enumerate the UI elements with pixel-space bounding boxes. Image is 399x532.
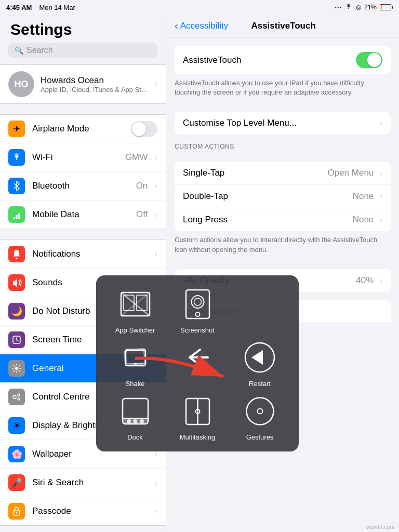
svg-point-29: [127, 419, 131, 423]
search-bar[interactable]: 🔍 Search: [8, 43, 157, 58]
mobile-value: Off: [136, 209, 148, 220]
restart-label: Restart: [249, 380, 271, 388]
sidebar-item-notifications[interactable]: Notifications ›: [0, 240, 166, 269]
profile-row[interactable]: HO Howards Ocean Apple ID, iCloud, iTune…: [0, 64, 166, 104]
svg-rect-0: [14, 217, 15, 219]
overlay-item-gestures[interactable]: Gestures: [231, 393, 288, 441]
sidebar-item-siri[interactable]: 🎤 Siri & Search ›: [0, 469, 166, 497]
passcode-chevron: ›: [155, 507, 157, 515]
customise-row[interactable]: Customise Top Level Menu... ›: [175, 112, 391, 135]
gestures-icon: [243, 394, 277, 428]
assistivetouch-description: AssistiveTouch allows you to use your iP…: [166, 74, 399, 103]
notifications-label: Notifications: [32, 249, 148, 259]
svg-rect-13: [137, 295, 147, 311]
sidebar-item-wifi[interactable]: Wi-Fi GMW ›: [0, 143, 166, 172]
svg-marker-25: [251, 350, 263, 365]
svg-point-8: [18, 398, 20, 400]
svg-point-19: [194, 298, 201, 305]
overlay-item-screenshot[interactable]: Screenshot: [169, 286, 226, 334]
customise-section: Customise Top Level Menu... ›: [175, 112, 391, 135]
svg-point-17: [195, 312, 200, 316]
long-press-label: Long Press: [183, 215, 347, 225]
bluetooth-chevron: ›: [155, 182, 157, 190]
siri-icon: 🎤: [8, 474, 25, 491]
overlay-item-dock[interactable]: Dock: [107, 393, 164, 441]
svg-rect-12: [124, 295, 134, 311]
svg-rect-16: [186, 290, 209, 318]
search-icon: 🔍: [15, 46, 23, 55]
double-tap-label: Double-Tap: [183, 191, 347, 202]
overlay-item-shake[interactable]: Shake: [107, 339, 164, 388]
sounds-icon: [8, 274, 25, 291]
sidebar-item-airplane[interactable]: ✈ Airplane Mode: [0, 115, 166, 143]
wifi-row-icon: [8, 149, 25, 166]
sidebar-title: Settings: [0, 15, 166, 43]
profile-chevron: ›: [155, 80, 157, 88]
bluetooth-icon: [8, 178, 25, 194]
long-press-chevron: ›: [380, 216, 382, 224]
back-icon-box: [179, 339, 216, 376]
single-tap-row[interactable]: Single-Tap Open Menu ›: [175, 162, 391, 185]
assistivetouch-toggle[interactable]: [356, 52, 382, 68]
svg-rect-2: [18, 213, 20, 219]
overlay-item-restart[interactable]: Restart: [231, 339, 288, 388]
shake-icon: [118, 341, 152, 375]
custom-actions-description: Custom actions allow you to interact dir…: [166, 231, 399, 260]
airplane-toggle[interactable]: [131, 121, 157, 137]
sidebar-item-passcode[interactable]: Passcode ›: [0, 497, 166, 525]
sidebar-item-mobile[interactable]: Mobile Data Off ›: [0, 201, 166, 229]
gestures-label: Gestures: [246, 433, 274, 441]
customise-chevron: ›: [380, 119, 382, 127]
bluetooth-label: Bluetooth: [32, 181, 129, 191]
wifi-label: Wi-Fi: [32, 152, 118, 163]
custom-actions-header: CUSTOM ACTIONS: [166, 135, 399, 153]
app-switcher-label: App Switcher: [115, 326, 155, 334]
restart-icon: [244, 342, 275, 373]
screenshot-label: Screenshot: [180, 326, 215, 334]
status-right: ···· ◎ 21%: [335, 4, 393, 11]
app-switcher-icon: [118, 287, 152, 321]
display-icon: ☀: [8, 417, 25, 434]
overlay-item-multitasking[interactable]: Multitasking: [169, 393, 226, 441]
search-input[interactable]: Search: [26, 46, 53, 55]
shake-label: Shake: [126, 380, 145, 388]
mobile-icon: [8, 206, 25, 223]
settings-group-connectivity: ✈ Airplane Mode Wi-Fi GMW › Bluetooth On…: [0, 114, 166, 229]
svg-point-35: [246, 397, 273, 424]
idle-opacity-chevron: ›: [380, 276, 382, 285]
overlay-grid: App Switcher Screenshot: [107, 286, 288, 441]
long-press-row[interactable]: Long Press None ›: [175, 208, 391, 231]
watermark: wsxdn.com: [366, 524, 395, 530]
overlay-popup: App Switcher Screenshot: [96, 275, 299, 451]
notifications-icon: [8, 246, 25, 262]
nav-bar: ‹ Accessibility AssistiveTouch: [166, 15, 399, 37]
controlcentre-icon: [8, 389, 25, 405]
custom-actions-section: Single-Tap Open Menu › Double-Tap None ›…: [175, 162, 391, 231]
idle-opacity-value: 40%: [356, 275, 374, 286]
svg-point-31: [140, 419, 144, 423]
notifications-chevron: ›: [155, 250, 157, 258]
profile-info: Howards Ocean Apple ID, iCloud, iTunes &…: [41, 75, 149, 94]
double-tap-chevron: ›: [380, 192, 382, 201]
wifi-chevron: ›: [155, 153, 157, 162]
assistivetouch-row[interactable]: AssistiveTouch: [175, 46, 391, 74]
screenshot-icon: [181, 287, 215, 321]
assistivetouch-label: AssistiveTouch: [183, 55, 350, 65]
overlay-item-app-switcher[interactable]: App Switcher: [107, 286, 164, 334]
mobile-label: Mobile Data: [32, 209, 129, 220]
bluetooth-value: On: [136, 181, 148, 191]
multitasking-icon-box: [179, 393, 216, 429]
back-button[interactable]: ‹ Accessibility: [175, 20, 228, 32]
battery-percent: 21%: [364, 4, 377, 11]
sidebar-item-bluetooth[interactable]: Bluetooth On ›: [0, 172, 166, 201]
svg-point-6: [13, 395, 16, 398]
wifi-value: GMW: [125, 152, 148, 163]
wifi-icon: [344, 4, 353, 11]
overlay-item-back[interactable]: [169, 339, 226, 388]
main-content: ‹ Accessibility AssistiveTouch Assistive…: [166, 15, 399, 532]
double-tap-row[interactable]: Double-Tap None ›: [175, 185, 391, 208]
mobile-chevron: ›: [155, 210, 157, 219]
screenshot-icon-box: [179, 286, 216, 322]
svg-point-10: [16, 512, 18, 514]
double-tap-value: None: [353, 191, 374, 202]
